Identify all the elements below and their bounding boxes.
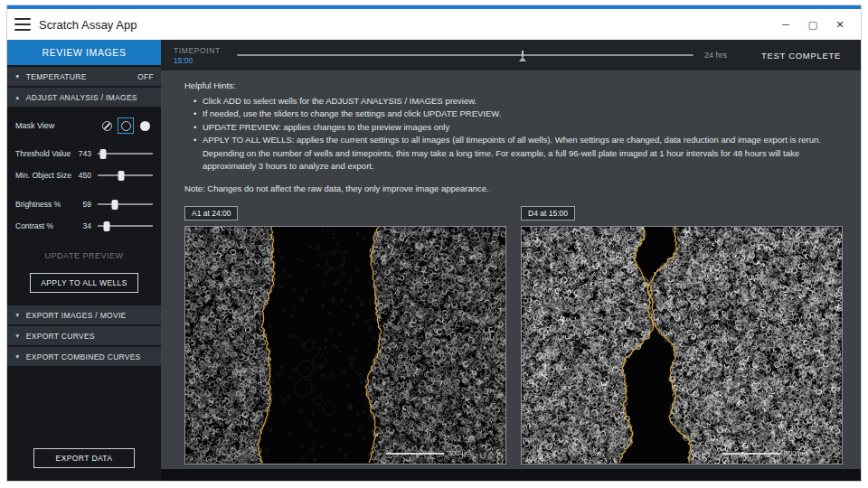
brightness-label: Brightness %	[15, 200, 73, 209]
min-object-size-label: Min. Object Size	[15, 171, 73, 180]
hint-item: UPDATE PREVIEW: applies changes to the p…	[184, 121, 828, 135]
section-export-curves[interactable]: ▼ EXPORT CURVES	[7, 326, 161, 345]
mask-view-solid-button[interactable]	[137, 117, 153, 134]
hints-title: Helpful Hints:	[184, 80, 828, 93]
export-combined-curves-label: EXPORT COMBINED CURVES	[26, 352, 141, 361]
main-area: Helpful Hints: Click ADD to select wells…	[161, 70, 861, 469]
timepoint-current-time: 15:00	[174, 56, 226, 65]
section-export-combined-curves[interactable]: ▼ EXPORT COMBINED CURVES	[7, 347, 161, 366]
scale-bar-label: 300 μm	[785, 449, 807, 457]
apply-to-all-wells-button[interactable]: APPLY TO ALL WELLS	[30, 273, 138, 293]
well-label: A1 at 24:00	[184, 206, 238, 221]
contrast-label: Contrast %	[15, 221, 73, 230]
microscopy-image	[185, 227, 505, 464]
timepoint-bar: TIMEPOINT 15:00 24 hrs TEST COMPLETE	[161, 40, 861, 70]
mask-view-outline-button[interactable]	[118, 117, 134, 134]
brightness-slider-row: Brightness % 59	[15, 193, 153, 215]
section-adjust-label: ADJUST ANALYSIS / IMAGES	[26, 93, 137, 102]
hint-item: Click ADD to select wells for the ADJUST…	[184, 95, 828, 108]
section-temperature[interactable]: ▼ TEMPERATURE OFF	[7, 67, 161, 86]
well-image-d4: 300 μm	[521, 226, 843, 465]
mask-view-label: Mask View	[15, 121, 54, 130]
mask-view-none-button[interactable]	[99, 117, 115, 134]
test-status: TEST COMPLETE	[761, 51, 841, 61]
maximize-button[interactable]: ▢	[799, 13, 826, 36]
chevron-down-icon: ▼	[14, 73, 21, 80]
timeline-duration: 24 hrs	[704, 51, 727, 60]
scale-bar: 300 μm	[386, 449, 471, 457]
scale-bar: 300 μm	[722, 449, 807, 457]
timepoint-label: TIMEPOINT	[174, 46, 226, 55]
scale-bar-label: 300 μm	[448, 449, 471, 457]
chevron-up-icon: ▲	[14, 94, 21, 100]
timeline-marker-handle[interactable]	[519, 57, 526, 61]
chevron-down-icon: ▼	[14, 353, 21, 360]
review-images-tab[interactable]: REVIEW IMAGES	[7, 40, 161, 65]
min-object-size-slider[interactable]	[98, 169, 153, 182]
timeline-tick	[522, 51, 524, 57]
scale-bar-line	[722, 453, 780, 455]
export-curves-label: EXPORT CURVES	[26, 332, 95, 341]
hint-item: If needed, use the sliders to change the…	[184, 108, 828, 121]
window-bottom-edge	[161, 469, 861, 481]
min-object-size-slider-row: Min. Object Size 450	[15, 164, 153, 186]
contrast-slider-row: Contrast % 34	[15, 215, 153, 237]
hints-note: Note: Changes do not affect the raw data…	[184, 183, 828, 196]
scale-bar-line	[386, 453, 444, 455]
well-panel-a1: A1 at 24:00 300 μm	[184, 206, 506, 465]
circle-slash-icon	[102, 121, 112, 131]
temperature-status: OFF	[137, 72, 154, 81]
well-panel-d4: D4 at 15:00 300 μm	[521, 206, 843, 465]
timeline-slider[interactable]	[237, 48, 693, 62]
section-export-images-movie[interactable]: ▼ EXPORT IMAGES / MOVIE	[7, 305, 161, 324]
threshold-label: Threshold Value	[15, 149, 73, 158]
contrast-slider[interactable]	[98, 220, 153, 232]
circle-filled-icon	[140, 121, 150, 131]
update-preview-button[interactable]: UPDATE PREVIEW	[45, 251, 124, 260]
app-title: Scratch Assay App	[39, 18, 137, 32]
hamburger-menu-icon[interactable]	[14, 18, 31, 31]
sidebar: REVIEW IMAGES ▼ TEMPERATURE OFF ▲ ADJUST…	[7, 40, 161, 481]
well-image-a1: 300 μm	[184, 226, 506, 465]
chevron-down-icon: ▼	[14, 333, 21, 339]
chevron-down-icon: ▼	[14, 312, 21, 318]
timeline-track	[237, 54, 693, 56]
min-object-size-value: 450	[73, 171, 91, 180]
well-label: D4 at 15:00	[521, 206, 575, 221]
window-controls: ─ ▢ ✕	[772, 13, 854, 36]
contrast-value: 34	[73, 221, 91, 230]
mask-view-row: Mask View	[15, 117, 153, 134]
brightness-value: 59	[73, 200, 91, 209]
timepoint-group: TIMEPOINT 15:00	[174, 46, 226, 65]
preview-panels: A1 at 24:00 300 μm D4 at 15:00	[184, 206, 861, 465]
helpful-hints: Helpful Hints: Click ADD to select wells…	[184, 80, 828, 195]
export-data-button[interactable]: EXPORT DATA	[33, 448, 135, 468]
export-images-movie-label: EXPORT IMAGES / MOVIE	[26, 311, 127, 320]
brightness-slider[interactable]	[98, 198, 153, 211]
app-window: Scratch Assay App ─ ▢ ✕ REVIEW IMAGES ▼ …	[7, 5, 861, 481]
section-adjust-analysis[interactable]: ▲ ADJUST ANALYSIS / IMAGES	[7, 88, 161, 107]
microscopy-image	[522, 227, 842, 464]
threshold-slider[interactable]	[98, 147, 153, 160]
section-temperature-label: TEMPERATURE	[26, 72, 87, 81]
adjust-analysis-panel: Mask View Threshold Value 743 Min. Objec…	[7, 107, 161, 296]
threshold-slider-row: Threshold Value 743	[15, 143, 153, 164]
hint-item: APPLY TO ALL WELLS: applies the current …	[184, 134, 828, 174]
minimize-button[interactable]: ─	[772, 13, 799, 36]
circle-outline-icon	[121, 121, 131, 131]
threshold-value: 743	[73, 149, 91, 158]
title-bar: Scratch Assay App ─ ▢ ✕	[7, 9, 861, 40]
close-button[interactable]: ✕	[826, 13, 854, 36]
